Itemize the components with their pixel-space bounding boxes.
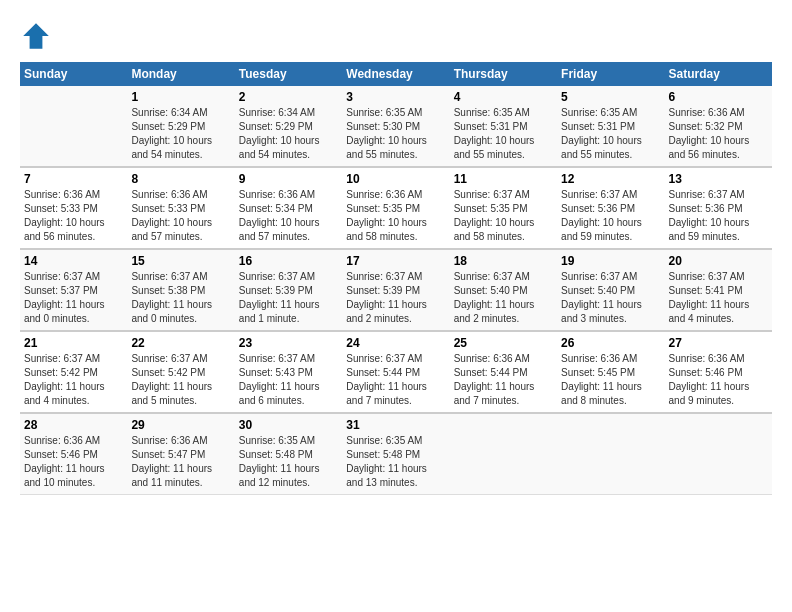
day-number: 10 <box>346 172 445 186</box>
calendar-cell: 16Sunrise: 6:37 AMSunset: 5:39 PMDayligh… <box>235 249 342 331</box>
calendar-cell: 20Sunrise: 6:37 AMSunset: 5:41 PMDayligh… <box>665 249 772 331</box>
header-day-wednesday: Wednesday <box>342 62 449 86</box>
day-info: Sunrise: 6:37 AMSunset: 5:38 PMDaylight:… <box>131 270 230 326</box>
day-info: Sunrise: 6:36 AMSunset: 5:46 PMDaylight:… <box>24 434 123 490</box>
day-number: 16 <box>239 254 338 268</box>
calendar-body: 1Sunrise: 6:34 AMSunset: 5:29 PMDaylight… <box>20 86 772 495</box>
week-row-3: 14Sunrise: 6:37 AMSunset: 5:37 PMDayligh… <box>20 249 772 331</box>
calendar-cell <box>450 413 557 495</box>
day-number: 30 <box>239 418 338 432</box>
calendar-cell: 4Sunrise: 6:35 AMSunset: 5:31 PMDaylight… <box>450 86 557 167</box>
calendar-cell: 30Sunrise: 6:35 AMSunset: 5:48 PMDayligh… <box>235 413 342 495</box>
day-info: Sunrise: 6:37 AMSunset: 5:43 PMDaylight:… <box>239 352 338 408</box>
day-number: 1 <box>131 90 230 104</box>
calendar-cell: 13Sunrise: 6:37 AMSunset: 5:36 PMDayligh… <box>665 167 772 249</box>
calendar-cell: 11Sunrise: 6:37 AMSunset: 5:35 PMDayligh… <box>450 167 557 249</box>
calendar-cell: 2Sunrise: 6:34 AMSunset: 5:29 PMDaylight… <box>235 86 342 167</box>
header-day-monday: Monday <box>127 62 234 86</box>
day-info: Sunrise: 6:35 AMSunset: 5:48 PMDaylight:… <box>239 434 338 490</box>
day-info: Sunrise: 6:35 AMSunset: 5:48 PMDaylight:… <box>346 434 445 490</box>
day-info: Sunrise: 6:36 AMSunset: 5:33 PMDaylight:… <box>24 188 123 244</box>
day-number: 25 <box>454 336 553 350</box>
day-info: Sunrise: 6:37 AMSunset: 5:42 PMDaylight:… <box>24 352 123 408</box>
calendar-table: SundayMondayTuesdayWednesdayThursdayFrid… <box>20 62 772 495</box>
day-info: Sunrise: 6:36 AMSunset: 5:34 PMDaylight:… <box>239 188 338 244</box>
calendar-cell: 26Sunrise: 6:36 AMSunset: 5:45 PMDayligh… <box>557 331 664 413</box>
calendar-cell: 17Sunrise: 6:37 AMSunset: 5:39 PMDayligh… <box>342 249 449 331</box>
calendar-cell: 15Sunrise: 6:37 AMSunset: 5:38 PMDayligh… <box>127 249 234 331</box>
day-info: Sunrise: 6:36 AMSunset: 5:46 PMDaylight:… <box>669 352 768 408</box>
calendar-cell <box>557 413 664 495</box>
day-info: Sunrise: 6:37 AMSunset: 5:36 PMDaylight:… <box>561 188 660 244</box>
calendar-cell: 5Sunrise: 6:35 AMSunset: 5:31 PMDaylight… <box>557 86 664 167</box>
day-info: Sunrise: 6:37 AMSunset: 5:36 PMDaylight:… <box>669 188 768 244</box>
calendar-cell: 29Sunrise: 6:36 AMSunset: 5:47 PMDayligh… <box>127 413 234 495</box>
day-number: 26 <box>561 336 660 350</box>
day-number: 14 <box>24 254 123 268</box>
day-info: Sunrise: 6:35 AMSunset: 5:30 PMDaylight:… <box>346 106 445 162</box>
page: SundayMondayTuesdayWednesdayThursdayFrid… <box>0 0 792 505</box>
day-info: Sunrise: 6:37 AMSunset: 5:40 PMDaylight:… <box>454 270 553 326</box>
calendar-cell: 24Sunrise: 6:37 AMSunset: 5:44 PMDayligh… <box>342 331 449 413</box>
week-row-2: 7Sunrise: 6:36 AMSunset: 5:33 PMDaylight… <box>20 167 772 249</box>
calendar-cell: 23Sunrise: 6:37 AMSunset: 5:43 PMDayligh… <box>235 331 342 413</box>
calendar-cell: 14Sunrise: 6:37 AMSunset: 5:37 PMDayligh… <box>20 249 127 331</box>
calendar-cell: 31Sunrise: 6:35 AMSunset: 5:48 PMDayligh… <box>342 413 449 495</box>
calendar-cell: 3Sunrise: 6:35 AMSunset: 5:30 PMDaylight… <box>342 86 449 167</box>
logo-icon <box>20 20 52 52</box>
day-info: Sunrise: 6:36 AMSunset: 5:44 PMDaylight:… <box>454 352 553 408</box>
day-number: 8 <box>131 172 230 186</box>
calendar-cell: 6Sunrise: 6:36 AMSunset: 5:32 PMDaylight… <box>665 86 772 167</box>
day-info: Sunrise: 6:34 AMSunset: 5:29 PMDaylight:… <box>239 106 338 162</box>
svg-marker-0 <box>23 23 49 49</box>
header-day-tuesday: Tuesday <box>235 62 342 86</box>
calendar-cell <box>20 86 127 167</box>
day-number: 29 <box>131 418 230 432</box>
header-day-friday: Friday <box>557 62 664 86</box>
day-info: Sunrise: 6:37 AMSunset: 5:42 PMDaylight:… <box>131 352 230 408</box>
day-info: Sunrise: 6:37 AMSunset: 5:39 PMDaylight:… <box>239 270 338 326</box>
day-number: 4 <box>454 90 553 104</box>
calendar-header: SundayMondayTuesdayWednesdayThursdayFrid… <box>20 62 772 86</box>
day-info: Sunrise: 6:36 AMSunset: 5:32 PMDaylight:… <box>669 106 768 162</box>
day-number: 13 <box>669 172 768 186</box>
day-number: 7 <box>24 172 123 186</box>
day-info: Sunrise: 6:36 AMSunset: 5:45 PMDaylight:… <box>561 352 660 408</box>
day-number: 11 <box>454 172 553 186</box>
day-info: Sunrise: 6:35 AMSunset: 5:31 PMDaylight:… <box>561 106 660 162</box>
calendar-cell: 22Sunrise: 6:37 AMSunset: 5:42 PMDayligh… <box>127 331 234 413</box>
day-number: 27 <box>669 336 768 350</box>
week-row-4: 21Sunrise: 6:37 AMSunset: 5:42 PMDayligh… <box>20 331 772 413</box>
day-number: 9 <box>239 172 338 186</box>
day-number: 18 <box>454 254 553 268</box>
calendar-cell: 25Sunrise: 6:36 AMSunset: 5:44 PMDayligh… <box>450 331 557 413</box>
calendar-cell: 12Sunrise: 6:37 AMSunset: 5:36 PMDayligh… <box>557 167 664 249</box>
calendar-cell <box>665 413 772 495</box>
logo <box>20 20 56 52</box>
day-info: Sunrise: 6:34 AMSunset: 5:29 PMDaylight:… <box>131 106 230 162</box>
day-number: 23 <box>239 336 338 350</box>
day-number: 2 <box>239 90 338 104</box>
calendar-cell: 19Sunrise: 6:37 AMSunset: 5:40 PMDayligh… <box>557 249 664 331</box>
calendar-cell: 27Sunrise: 6:36 AMSunset: 5:46 PMDayligh… <box>665 331 772 413</box>
day-info: Sunrise: 6:36 AMSunset: 5:35 PMDaylight:… <box>346 188 445 244</box>
day-number: 19 <box>561 254 660 268</box>
day-info: Sunrise: 6:37 AMSunset: 5:44 PMDaylight:… <box>346 352 445 408</box>
calendar-cell: 10Sunrise: 6:36 AMSunset: 5:35 PMDayligh… <box>342 167 449 249</box>
day-number: 12 <box>561 172 660 186</box>
calendar-cell: 21Sunrise: 6:37 AMSunset: 5:42 PMDayligh… <box>20 331 127 413</box>
day-number: 22 <box>131 336 230 350</box>
day-info: Sunrise: 6:37 AMSunset: 5:37 PMDaylight:… <box>24 270 123 326</box>
week-row-5: 28Sunrise: 6:36 AMSunset: 5:46 PMDayligh… <box>20 413 772 495</box>
day-number: 15 <box>131 254 230 268</box>
day-info: Sunrise: 6:36 AMSunset: 5:33 PMDaylight:… <box>131 188 230 244</box>
day-number: 17 <box>346 254 445 268</box>
day-number: 28 <box>24 418 123 432</box>
calendar-cell: 1Sunrise: 6:34 AMSunset: 5:29 PMDaylight… <box>127 86 234 167</box>
day-number: 20 <box>669 254 768 268</box>
header-day-saturday: Saturday <box>665 62 772 86</box>
day-number: 21 <box>24 336 123 350</box>
day-number: 6 <box>669 90 768 104</box>
header-day-thursday: Thursday <box>450 62 557 86</box>
day-number: 5 <box>561 90 660 104</box>
